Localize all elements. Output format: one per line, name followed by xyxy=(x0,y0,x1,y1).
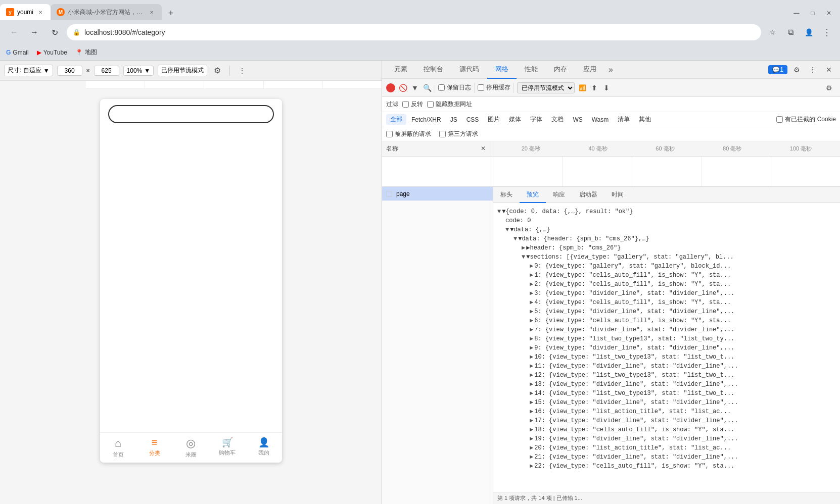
minimize-button[interactable]: ─ xyxy=(789,6,804,20)
json-item-12-toggle[interactable]: ▶ xyxy=(530,371,533,380)
filter-font[interactable]: 字体 xyxy=(526,114,546,125)
json-item-3-toggle[interactable]: ▶ xyxy=(530,289,533,298)
nav-cart[interactable]: 🛒 购物车 xyxy=(209,433,246,463)
nav-category[interactable]: ≡ 分类 xyxy=(136,433,173,463)
response-tab-initiator[interactable]: 启动器 xyxy=(572,187,604,203)
json-item-17-toggle[interactable]: ▶ xyxy=(530,416,533,425)
json-item-20-toggle[interactable]: ▶ xyxy=(530,443,533,452)
tab-network[interactable]: 网络 xyxy=(487,61,517,79)
json-item-18-toggle[interactable]: ▶ xyxy=(530,425,533,434)
upload-icon[interactable]: ⬆ xyxy=(590,83,599,92)
throttle-select[interactable]: 已停用节流模式 xyxy=(517,82,575,93)
sensors-button[interactable]: ⚙ xyxy=(211,65,223,77)
response-tab-preview[interactable]: 预览 xyxy=(520,187,546,203)
height-input[interactable] xyxy=(94,66,119,76)
filter-other[interactable]: 其他 xyxy=(635,114,655,125)
tab-console[interactable]: 控制台 xyxy=(415,61,451,79)
json-item-5-toggle[interactable]: ▶ xyxy=(530,307,533,316)
json-item-21-toggle[interactable]: ▶ xyxy=(530,452,533,462)
throttle-select[interactable]: 已停用节流模式 xyxy=(158,65,207,76)
bookmark-gmail[interactable]: G Gmail xyxy=(6,49,29,56)
request-checkbox[interactable] xyxy=(386,191,392,197)
phone-search-input[interactable] xyxy=(108,105,274,123)
json-item-14-toggle[interactable]: ▶ xyxy=(530,389,533,398)
json-data-toggle[interactable]: ▼ xyxy=(505,225,509,234)
request-page[interactable]: page xyxy=(382,187,493,201)
filter-ws[interactable]: WS xyxy=(569,115,586,124)
back-button[interactable]: ← xyxy=(6,24,22,40)
devtools-more-button[interactable]: ⋮ xyxy=(806,63,820,77)
filter-manifest[interactable]: 清单 xyxy=(614,114,634,125)
hide-data-urls-checkbox[interactable] xyxy=(427,101,434,108)
bookmark-star-button[interactable]: ☆ xyxy=(765,25,779,39)
tab-elements[interactable]: 元素 xyxy=(386,61,415,79)
download-icon[interactable]: ⬇ xyxy=(602,83,611,92)
zoom-select[interactable]: 100% ▼ xyxy=(123,66,154,76)
response-tab-timing[interactable]: 时间 xyxy=(604,187,631,203)
tab-xiaomi[interactable]: M 小米商城-小米官方网站，小米手... ✕ xyxy=(51,4,162,20)
filter-media[interactable]: 媒体 xyxy=(505,114,525,125)
response-tab-headers[interactable]: 标头 xyxy=(493,187,520,203)
clear-button[interactable]: 🚫 xyxy=(398,83,407,92)
invert-label[interactable]: 反转 xyxy=(402,100,423,109)
json-item-8-toggle[interactable]: ▶ xyxy=(530,334,533,343)
json-item-9-toggle[interactable]: ▶ xyxy=(530,343,533,352)
response-tab-response[interactable]: 响应 xyxy=(546,187,572,203)
more-options-button[interactable]: ⋮ xyxy=(236,65,248,77)
menu-button[interactable]: ⋮ xyxy=(820,25,834,39)
online-icon[interactable]: 📶 xyxy=(578,83,587,92)
third-party-checkbox[interactable] xyxy=(439,131,446,137)
filter-button[interactable]: ▼ xyxy=(410,83,419,92)
json-item-0-toggle[interactable]: ▶ xyxy=(530,262,533,271)
search-button[interactable]: 🔍 xyxy=(423,83,432,92)
filter-all[interactable]: 全部 xyxy=(386,114,406,125)
bookmark-maps[interactable]: 📍 地图 xyxy=(75,48,97,57)
reload-button[interactable]: ↻ xyxy=(46,24,63,40)
nav-home[interactable]: ⌂ 首页 xyxy=(100,433,136,463)
address-bar[interactable]: 🔒 localhost:8080/#/category xyxy=(67,24,761,40)
json-item-2-toggle[interactable]: ▶ xyxy=(530,280,533,289)
maximize-button[interactable]: □ xyxy=(806,6,820,20)
device-size-select[interactable]: 尺寸: 自适应 ▼ xyxy=(4,65,53,76)
blocked-cookie-checkbox[interactable] xyxy=(776,116,783,123)
record-button[interactable] xyxy=(386,83,395,92)
json-item-19-toggle[interactable]: ▶ xyxy=(530,434,533,443)
preserve-log-checkbox[interactable] xyxy=(438,84,445,91)
extension-puzzle-button[interactable]: ⧉ xyxy=(783,25,798,39)
close-requests-button[interactable]: ✕ xyxy=(481,145,489,153)
json-root-toggle[interactable]: ▼ xyxy=(497,207,501,216)
json-sections-toggle[interactable]: ▼ xyxy=(522,253,525,262)
tab-application[interactable]: 应用 xyxy=(575,61,604,79)
tab-sources[interactable]: 源代码 xyxy=(451,61,487,79)
invert-checkbox[interactable] xyxy=(402,101,409,108)
disable-cache-checkbox[interactable] xyxy=(478,84,484,91)
json-item-22-toggle[interactable]: ▶ xyxy=(530,462,533,471)
tab-youmi[interactable]: y youmi ✕ xyxy=(0,4,51,20)
filter-fetch-xhr[interactable]: Fetch/XHR xyxy=(407,115,445,124)
nav-mine[interactable]: 👤 我的 xyxy=(246,433,282,463)
bookmark-youtube[interactable]: ▶ YouTube xyxy=(37,49,67,56)
json-data-sub-toggle[interactable]: ▼ xyxy=(514,234,517,243)
filter-doc[interactable]: 文档 xyxy=(547,114,568,125)
width-input[interactable] xyxy=(57,66,82,76)
profile-button[interactable]: 👤 xyxy=(802,25,816,39)
tab-memory[interactable]: 内存 xyxy=(546,61,575,79)
filter-wasm[interactable]: Wasm xyxy=(588,115,613,124)
network-settings-button[interactable]: ⚙ xyxy=(822,81,836,95)
blocked-requests-label[interactable]: 被屏蔽的请求 xyxy=(386,130,431,138)
devtools-close-button[interactable]: ✕ xyxy=(822,63,836,77)
json-item-1-toggle[interactable]: ▶ xyxy=(530,271,533,280)
filter-img[interactable]: 图片 xyxy=(484,114,504,125)
json-item-7-toggle[interactable]: ▶ xyxy=(530,325,533,334)
json-item-10-toggle[interactable]: ▶ xyxy=(530,352,533,362)
tab-close-youmi[interactable]: ✕ xyxy=(36,8,44,16)
settings-button[interactable]: ⚙ xyxy=(789,63,804,77)
nav-explore[interactable]: ◎ 米圈 xyxy=(173,433,209,463)
tab-performance[interactable]: 性能 xyxy=(517,61,546,79)
json-item-15-toggle[interactable]: ▶ xyxy=(530,398,533,407)
preserve-log-label[interactable]: 保留日志 xyxy=(438,83,471,92)
blocked-cookie-label[interactable]: 有已拦截的 Cookie xyxy=(776,115,836,124)
forward-button[interactable]: → xyxy=(26,24,42,40)
close-button[interactable]: ✕ xyxy=(822,6,836,20)
third-party-label[interactable]: 第三方请求 xyxy=(439,130,478,138)
